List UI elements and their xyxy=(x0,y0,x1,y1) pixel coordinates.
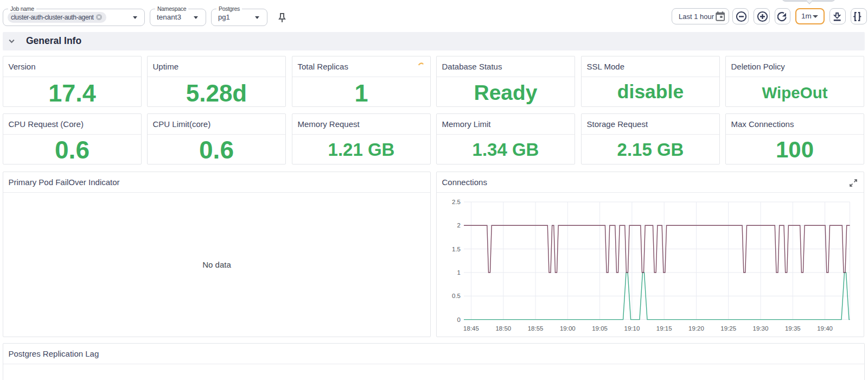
svg-text:19:00: 19:00 xyxy=(560,325,576,332)
svg-text:18:45: 18:45 xyxy=(463,325,479,332)
svg-text:19:10: 19:10 xyxy=(624,325,640,332)
svg-text:19:35: 19:35 xyxy=(785,325,801,332)
svg-text:19:15: 19:15 xyxy=(656,325,672,332)
svg-text:0.5: 0.5 xyxy=(452,293,461,299)
svg-text:0: 0 xyxy=(457,316,461,323)
svg-text:19:30: 19:30 xyxy=(753,325,769,332)
svg-text:19:25: 19:25 xyxy=(720,325,736,332)
svg-text:1.5: 1.5 xyxy=(452,246,461,252)
svg-text:2: 2 xyxy=(457,222,461,229)
svg-text:2.5: 2.5 xyxy=(452,199,461,205)
svg-text:18:50: 18:50 xyxy=(495,325,511,332)
svg-text:19:40: 19:40 xyxy=(817,325,833,332)
svg-text:19:20: 19:20 xyxy=(688,325,704,332)
svg-text:18:55: 18:55 xyxy=(528,325,544,332)
svg-text:1: 1 xyxy=(457,269,461,276)
svg-text:19:05: 19:05 xyxy=(592,325,608,332)
